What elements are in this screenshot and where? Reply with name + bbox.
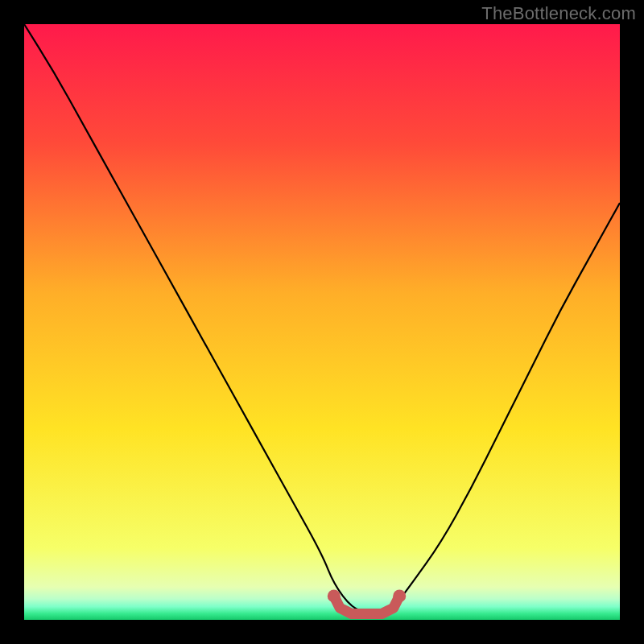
chart-frame: TheBottleneck.com xyxy=(0,0,644,644)
bottleneck-chart xyxy=(24,24,620,620)
highlight-endpoint xyxy=(328,589,341,602)
plot-area xyxy=(24,24,620,620)
gradient-background xyxy=(24,24,620,620)
highlight-endpoint xyxy=(393,589,406,602)
watermark-text: TheBottleneck.com xyxy=(481,3,636,24)
